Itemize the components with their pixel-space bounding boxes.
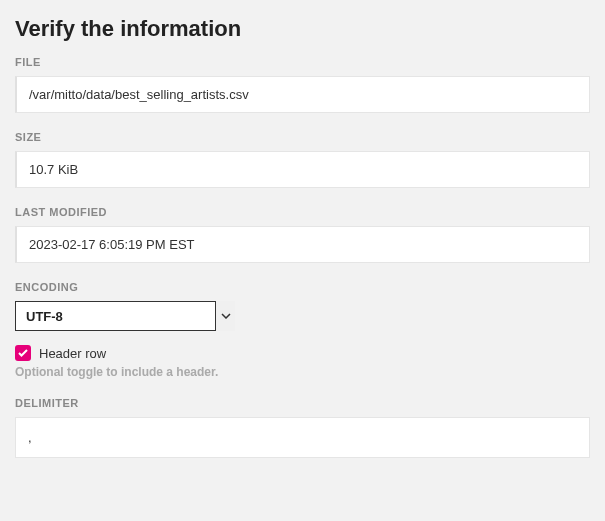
page-title: Verify the information — [15, 0, 590, 56]
checkbox-checked-icon — [15, 345, 31, 361]
encoding-select[interactable]: UTF-8 — [15, 301, 235, 331]
file-label: FILE — [15, 56, 590, 68]
delimiter-label: DELIMITER — [15, 397, 590, 409]
header-row-label: Header row — [39, 346, 106, 361]
file-value: /var/mitto/data/best_selling_artists.csv — [15, 76, 590, 113]
last-modified-label: LAST MODIFIED — [15, 206, 590, 218]
size-value: 10.7 KiB — [15, 151, 590, 188]
delimiter-input[interactable] — [15, 417, 590, 458]
last-modified-value: 2023-02-17 6:05:19 PM EST — [15, 226, 590, 263]
header-row-helper: Optional toggle to include a header. — [15, 365, 590, 379]
header-row-toggle[interactable]: Header row — [15, 345, 590, 361]
encoding-label: ENCODING — [15, 281, 590, 293]
size-label: SIZE — [15, 131, 590, 143]
